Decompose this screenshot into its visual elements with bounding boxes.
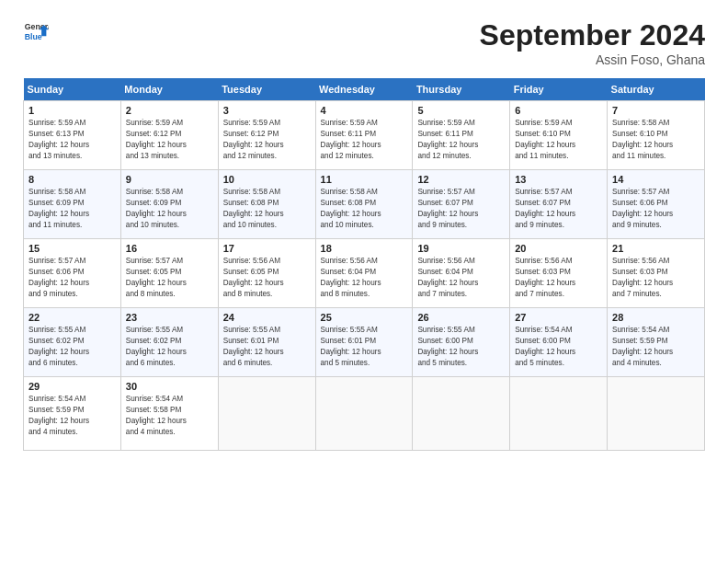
calendar-cell: 11Sunrise: 5:58 AM Sunset: 6:08 PM Dayli… bbox=[315, 170, 413, 239]
day-number: 10 bbox=[223, 174, 311, 185]
calendar-cell: 24Sunrise: 5:55 AM Sunset: 6:01 PM Dayli… bbox=[218, 308, 315, 377]
day-number: 17 bbox=[223, 243, 311, 254]
svg-text:Blue: Blue bbox=[25, 32, 42, 41]
calendar-cell bbox=[413, 377, 510, 451]
day-info: Sunrise: 5:54 AM Sunset: 6:00 PM Dayligh… bbox=[515, 325, 602, 369]
day-info: Sunrise: 5:55 AM Sunset: 6:00 PM Dayligh… bbox=[417, 325, 505, 369]
weekday-header-saturday: Saturday bbox=[608, 78, 705, 101]
calendar-cell: 1Sunrise: 5:59 AM Sunset: 6:13 PM Daylig… bbox=[24, 101, 121, 170]
day-info: Sunrise: 5:58 AM Sunset: 6:09 PM Dayligh… bbox=[126, 187, 213, 231]
day-number: 13 bbox=[515, 174, 602, 185]
calendar-cell: 18Sunrise: 5:56 AM Sunset: 6:04 PM Dayli… bbox=[315, 239, 413, 308]
calendar-cell: 10Sunrise: 5:58 AM Sunset: 6:08 PM Dayli… bbox=[218, 170, 315, 239]
calendar-cell: 5Sunrise: 5:59 AM Sunset: 6:11 PM Daylig… bbox=[413, 101, 510, 170]
day-info: Sunrise: 5:59 AM Sunset: 6:11 PM Dayligh… bbox=[417, 118, 505, 162]
calendar-cell: 2Sunrise: 5:59 AM Sunset: 6:12 PM Daylig… bbox=[120, 101, 218, 170]
day-info: Sunrise: 5:57 AM Sunset: 6:06 PM Dayligh… bbox=[28, 256, 116, 300]
day-info: Sunrise: 5:57 AM Sunset: 6:07 PM Dayligh… bbox=[515, 187, 602, 231]
weekday-header-friday: Friday bbox=[510, 78, 608, 101]
calendar-cell: 25Sunrise: 5:55 AM Sunset: 6:01 PM Dayli… bbox=[315, 308, 413, 377]
calendar-cell: 12Sunrise: 5:57 AM Sunset: 6:07 PM Dayli… bbox=[413, 170, 510, 239]
day-info: Sunrise: 5:55 AM Sunset: 6:01 PM Dayligh… bbox=[223, 325, 311, 369]
calendar-cell: 22Sunrise: 5:55 AM Sunset: 6:02 PM Dayli… bbox=[24, 308, 121, 377]
day-info: Sunrise: 5:58 AM Sunset: 6:08 PM Dayligh… bbox=[223, 187, 311, 231]
day-number: 26 bbox=[417, 312, 505, 323]
calendar-cell: 30Sunrise: 5:54 AM Sunset: 5:58 PM Dayli… bbox=[120, 377, 218, 451]
calendar-cell: 15Sunrise: 5:57 AM Sunset: 6:06 PM Dayli… bbox=[24, 239, 121, 308]
day-number: 3 bbox=[223, 105, 311, 116]
day-number: 25 bbox=[321, 312, 408, 323]
day-info: Sunrise: 5:57 AM Sunset: 6:06 PM Dayligh… bbox=[612, 187, 700, 231]
day-number: 14 bbox=[612, 174, 700, 185]
day-number: 2 bbox=[126, 105, 213, 116]
day-number: 9 bbox=[126, 174, 213, 185]
calendar-cell: 13Sunrise: 5:57 AM Sunset: 6:07 PM Dayli… bbox=[510, 170, 608, 239]
calendar-cell: 4Sunrise: 5:59 AM Sunset: 6:11 PM Daylig… bbox=[315, 101, 413, 170]
day-info: Sunrise: 5:59 AM Sunset: 6:12 PM Dayligh… bbox=[223, 118, 311, 162]
day-number: 7 bbox=[612, 105, 700, 116]
weekday-header-sunday: Sunday bbox=[24, 78, 121, 101]
day-number: 5 bbox=[417, 105, 505, 116]
calendar-cell: 27Sunrise: 5:54 AM Sunset: 6:00 PM Dayli… bbox=[510, 308, 608, 377]
header: General Blue September 2024 Assin Foso, … bbox=[23, 18, 705, 67]
day-info: Sunrise: 5:54 AM Sunset: 5:59 PM Dayligh… bbox=[28, 394, 116, 438]
day-info: Sunrise: 5:56 AM Sunset: 6:03 PM Dayligh… bbox=[515, 256, 602, 300]
day-info: Sunrise: 5:55 AM Sunset: 6:02 PM Dayligh… bbox=[126, 325, 213, 369]
day-number: 21 bbox=[612, 243, 700, 254]
day-number: 12 bbox=[417, 174, 505, 185]
week-row-2: 8Sunrise: 5:58 AM Sunset: 6:09 PM Daylig… bbox=[24, 170, 705, 239]
week-row-4: 22Sunrise: 5:55 AM Sunset: 6:02 PM Dayli… bbox=[24, 308, 705, 377]
calendar-cell: 28Sunrise: 5:54 AM Sunset: 5:59 PM Dayli… bbox=[608, 308, 705, 377]
day-number: 23 bbox=[126, 312, 213, 323]
day-number: 11 bbox=[321, 174, 408, 185]
weekday-header-row: SundayMondayTuesdayWednesdayThursdayFrid… bbox=[24, 78, 705, 101]
calendar-cell: 3Sunrise: 5:59 AM Sunset: 6:12 PM Daylig… bbox=[218, 101, 315, 170]
weekday-header-monday: Monday bbox=[120, 78, 218, 101]
day-info: Sunrise: 5:54 AM Sunset: 5:59 PM Dayligh… bbox=[612, 325, 700, 369]
title-block: September 2024 Assin Foso, Ghana bbox=[480, 18, 705, 67]
day-number: 15 bbox=[28, 243, 116, 254]
day-info: Sunrise: 5:57 AM Sunset: 6:07 PM Dayligh… bbox=[417, 187, 505, 231]
day-info: Sunrise: 5:55 AM Sunset: 6:02 PM Dayligh… bbox=[28, 325, 116, 369]
week-row-5: 29Sunrise: 5:54 AM Sunset: 5:59 PM Dayli… bbox=[24, 377, 705, 451]
day-info: Sunrise: 5:56 AM Sunset: 6:05 PM Dayligh… bbox=[223, 256, 311, 300]
day-number: 24 bbox=[223, 312, 311, 323]
day-info: Sunrise: 5:58 AM Sunset: 6:08 PM Dayligh… bbox=[321, 187, 408, 231]
month-title: September 2024 bbox=[480, 18, 705, 52]
day-info: Sunrise: 5:55 AM Sunset: 6:01 PM Dayligh… bbox=[321, 325, 408, 369]
calendar-cell bbox=[315, 377, 413, 451]
page: General Blue September 2024 Assin Foso, … bbox=[0, 0, 728, 563]
calendar-cell: 19Sunrise: 5:56 AM Sunset: 6:04 PM Dayli… bbox=[413, 239, 510, 308]
day-info: Sunrise: 5:56 AM Sunset: 6:04 PM Dayligh… bbox=[321, 256, 408, 300]
day-info: Sunrise: 5:56 AM Sunset: 6:04 PM Dayligh… bbox=[417, 256, 505, 300]
logo-icon: General Blue bbox=[23, 18, 49, 44]
day-info: Sunrise: 5:58 AM Sunset: 6:09 PM Dayligh… bbox=[28, 187, 116, 231]
day-info: Sunrise: 5:59 AM Sunset: 6:11 PM Dayligh… bbox=[321, 118, 408, 162]
day-info: Sunrise: 5:56 AM Sunset: 6:03 PM Dayligh… bbox=[612, 256, 700, 300]
weekday-header-tuesday: Tuesday bbox=[218, 78, 315, 101]
day-number: 20 bbox=[515, 243, 602, 254]
day-number: 1 bbox=[28, 105, 116, 116]
calendar-cell: 6Sunrise: 5:59 AM Sunset: 6:10 PM Daylig… bbox=[510, 101, 608, 170]
calendar-cell: 17Sunrise: 5:56 AM Sunset: 6:05 PM Dayli… bbox=[218, 239, 315, 308]
week-row-1: 1Sunrise: 5:59 AM Sunset: 6:13 PM Daylig… bbox=[24, 101, 705, 170]
day-number: 19 bbox=[417, 243, 505, 254]
calendar-cell: 16Sunrise: 5:57 AM Sunset: 6:05 PM Dayli… bbox=[120, 239, 218, 308]
calendar-cell: 9Sunrise: 5:58 AM Sunset: 6:09 PM Daylig… bbox=[120, 170, 218, 239]
week-row-3: 15Sunrise: 5:57 AM Sunset: 6:06 PM Dayli… bbox=[24, 239, 705, 308]
calendar-cell: 7Sunrise: 5:58 AM Sunset: 6:10 PM Daylig… bbox=[608, 101, 705, 170]
calendar-cell: 20Sunrise: 5:56 AM Sunset: 6:03 PM Dayli… bbox=[510, 239, 608, 308]
calendar-cell: 21Sunrise: 5:56 AM Sunset: 6:03 PM Dayli… bbox=[608, 239, 705, 308]
day-number: 16 bbox=[126, 243, 213, 254]
day-info: Sunrise: 5:59 AM Sunset: 6:13 PM Dayligh… bbox=[28, 118, 116, 162]
day-number: 8 bbox=[28, 174, 116, 185]
day-info: Sunrise: 5:59 AM Sunset: 6:10 PM Dayligh… bbox=[515, 118, 602, 162]
day-info: Sunrise: 5:57 AM Sunset: 6:05 PM Dayligh… bbox=[126, 256, 213, 300]
day-number: 6 bbox=[515, 105, 602, 116]
day-number: 27 bbox=[515, 312, 602, 323]
day-info: Sunrise: 5:54 AM Sunset: 5:58 PM Dayligh… bbox=[126, 394, 213, 438]
calendar-cell: 14Sunrise: 5:57 AM Sunset: 6:06 PM Dayli… bbox=[608, 170, 705, 239]
day-number: 22 bbox=[28, 312, 116, 323]
day-info: Sunrise: 5:58 AM Sunset: 6:10 PM Dayligh… bbox=[612, 118, 700, 162]
day-number: 28 bbox=[612, 312, 700, 323]
